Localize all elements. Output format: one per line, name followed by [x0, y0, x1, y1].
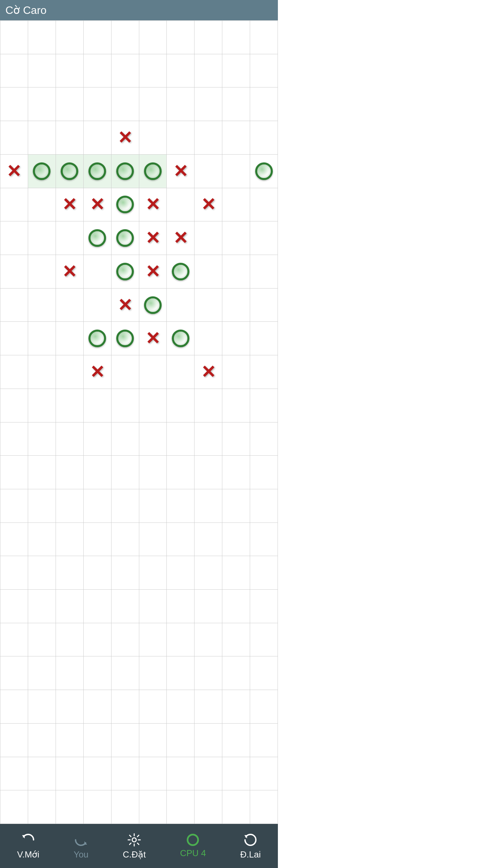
board-cell[interactable] — [167, 54, 195, 88]
board-cell[interactable] — [84, 790, 111, 824]
board-cell[interactable] — [139, 556, 167, 590]
board-cell[interactable] — [56, 155, 84, 188]
board-cell[interactable] — [167, 489, 195, 523]
board-cell[interactable] — [28, 790, 56, 824]
board-cell[interactable] — [139, 456, 167, 489]
board-cell[interactable] — [28, 690, 56, 724]
board-cell[interactable]: ✕ — [139, 188, 167, 222]
board-cell[interactable]: ✕ — [56, 188, 84, 222]
game-board[interactable]: ✕✕✕✕✕✕✕✕✕✕✕✕✕✕✕ — [0, 20, 278, 824]
board-cell[interactable]: ✕ — [84, 188, 111, 222]
board-cell[interactable] — [111, 790, 139, 824]
board-cell[interactable] — [250, 757, 278, 791]
board-cell[interactable] — [28, 724, 56, 757]
board-cell[interactable] — [222, 790, 250, 824]
board-cell[interactable] — [28, 757, 56, 791]
board-cell[interactable] — [56, 54, 84, 88]
board-cell[interactable] — [222, 724, 250, 757]
board-cell[interactable] — [56, 322, 84, 355]
board-cell[interactable] — [56, 523, 84, 556]
board-cell[interactable] — [84, 121, 111, 155]
board-cell[interactable] — [195, 21, 222, 54]
board-cell[interactable] — [28, 155, 56, 188]
board-cell[interactable] — [222, 523, 250, 556]
board-cell[interactable] — [250, 456, 278, 489]
board-cell[interactable] — [222, 422, 250, 456]
board-cell[interactable] — [0, 221, 28, 255]
board-cell[interactable] — [250, 489, 278, 523]
board-cell[interactable] — [222, 255, 250, 289]
board-cell[interactable] — [139, 121, 167, 155]
board-cell[interactable] — [56, 87, 84, 121]
board-cell[interactable] — [167, 523, 195, 556]
board-cell[interactable] — [111, 456, 139, 489]
board-cell[interactable] — [222, 87, 250, 121]
board-cell[interactable] — [56, 121, 84, 155]
board-cell[interactable] — [84, 623, 111, 657]
board-cell[interactable] — [0, 255, 28, 289]
board-cell[interactable] — [0, 690, 28, 724]
board-cell[interactable] — [222, 289, 250, 322]
board-cell[interactable] — [250, 255, 278, 289]
board-cell[interactable] — [167, 623, 195, 657]
board-cell[interactable] — [56, 489, 84, 523]
board-cell[interactable] — [167, 656, 195, 690]
board-cell[interactable] — [28, 456, 56, 489]
board-cell[interactable] — [167, 355, 195, 389]
board-cell[interactable] — [139, 54, 167, 88]
board-cell[interactable] — [195, 121, 222, 155]
board-cell[interactable] — [222, 489, 250, 523]
board-cell[interactable] — [56, 422, 84, 456]
board-cell[interactable] — [139, 155, 167, 188]
board-cell[interactable] — [111, 556, 139, 590]
board-cell[interactable] — [111, 523, 139, 556]
board-cell[interactable] — [250, 54, 278, 88]
board-cell[interactable] — [111, 54, 139, 88]
board-cell[interactable] — [222, 355, 250, 389]
board-cell[interactable] — [167, 456, 195, 489]
board-cell[interactable] — [250, 188, 278, 222]
board-cell[interactable] — [195, 623, 222, 657]
board-cell[interactable] — [56, 221, 84, 255]
board-cell[interactable] — [0, 188, 28, 222]
board-cell[interactable] — [0, 87, 28, 121]
board-cell[interactable] — [167, 556, 195, 590]
board-cell[interactable] — [195, 54, 222, 88]
board-cell[interactable] — [0, 121, 28, 155]
board-cell[interactable] — [195, 87, 222, 121]
board-cell[interactable] — [195, 757, 222, 791]
board-cell[interactable] — [167, 590, 195, 623]
board-cell[interactable] — [250, 590, 278, 623]
board-cell[interactable] — [195, 523, 222, 556]
board-cell[interactable] — [167, 790, 195, 824]
board-cell[interactable] — [111, 656, 139, 690]
board-cell[interactable] — [111, 690, 139, 724]
board-cell[interactable]: ✕ — [0, 155, 28, 188]
board-cell[interactable] — [84, 489, 111, 523]
board-cell[interactable] — [84, 21, 111, 54]
board-cell[interactable] — [222, 389, 250, 422]
board-cell[interactable] — [56, 355, 84, 389]
board-cell[interactable] — [139, 690, 167, 724]
board-cell[interactable] — [28, 623, 56, 657]
board-cell[interactable] — [84, 556, 111, 590]
board-cell[interactable] — [0, 724, 28, 757]
board-cell[interactable] — [222, 690, 250, 724]
board-cell[interactable] — [139, 523, 167, 556]
board-cell[interactable] — [84, 255, 111, 289]
board-cell[interactable]: ✕ — [195, 355, 222, 389]
board-cell[interactable] — [139, 724, 167, 757]
board-cell[interactable] — [222, 54, 250, 88]
board-cell[interactable] — [111, 724, 139, 757]
undo-button[interactable]: Đ.Lai — [236, 830, 265, 863]
board-cell[interactable]: ✕ — [139, 255, 167, 289]
board-cell[interactable] — [222, 757, 250, 791]
board-cell[interactable] — [111, 221, 139, 255]
board-cell[interactable] — [250, 355, 278, 389]
board-cell[interactable] — [84, 221, 111, 255]
board-cell[interactable] — [195, 590, 222, 623]
board-cell[interactable] — [139, 656, 167, 690]
board-cell[interactable] — [195, 656, 222, 690]
board-cell[interactable] — [111, 322, 139, 355]
board-cell[interactable] — [222, 322, 250, 355]
